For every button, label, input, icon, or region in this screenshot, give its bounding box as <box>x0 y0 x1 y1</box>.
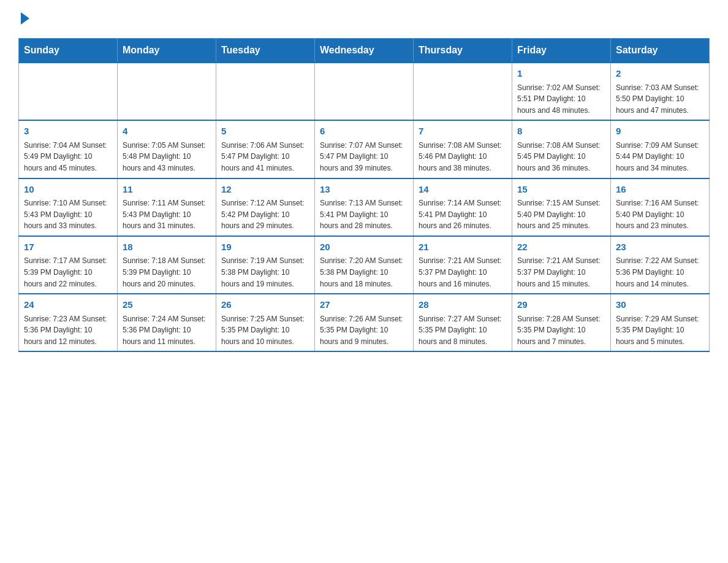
day-info: Sunrise: 7:25 AM Sunset: 5:35 PM Dayligh… <box>221 313 309 348</box>
day-info: Sunrise: 7:14 AM Sunset: 5:41 PM Dayligh… <box>419 197 507 232</box>
day-cell: 19Sunrise: 7:19 AM Sunset: 5:38 PM Dayli… <box>216 236 315 294</box>
day-cell: 13Sunrise: 7:13 AM Sunset: 5:41 PM Dayli… <box>315 178 414 236</box>
day-cell: 21Sunrise: 7:21 AM Sunset: 5:37 PM Dayli… <box>414 236 512 294</box>
day-cell: 1Sunrise: 7:02 AM Sunset: 5:51 PM Daylig… <box>512 63 611 120</box>
day-info: Sunrise: 7:15 AM Sunset: 5:40 PM Dayligh… <box>517 197 605 232</box>
day-info: Sunrise: 7:22 AM Sunset: 5:36 PM Dayligh… <box>616 255 704 289</box>
day-cell <box>414 63 512 120</box>
day-info: Sunrise: 7:07 AM Sunset: 5:47 PM Dayligh… <box>320 140 408 174</box>
day-number: 10 <box>24 183 112 197</box>
weekday-header-friday: Friday <box>512 39 611 63</box>
week-row-3: 10Sunrise: 7:10 AM Sunset: 5:43 PM Dayli… <box>19 178 710 236</box>
day-info: Sunrise: 7:21 AM Sunset: 5:37 PM Dayligh… <box>419 255 507 289</box>
day-info: Sunrise: 7:28 AM Sunset: 5:35 PM Dayligh… <box>517 313 605 348</box>
weekday-header-saturday: Saturday <box>611 39 710 63</box>
weekday-header-monday: Monday <box>118 39 216 63</box>
day-number: 23 <box>616 240 704 255</box>
day-info: Sunrise: 7:26 AM Sunset: 5:35 PM Dayligh… <box>320 313 408 348</box>
day-info: Sunrise: 7:10 AM Sunset: 5:43 PM Dayligh… <box>24 197 112 232</box>
day-cell <box>118 63 216 120</box>
day-info: Sunrise: 7:16 AM Sunset: 5:40 PM Dayligh… <box>616 197 704 232</box>
day-number: 20 <box>320 240 408 255</box>
day-info: Sunrise: 7:12 AM Sunset: 5:42 PM Dayligh… <box>221 197 309 232</box>
day-cell: 7Sunrise: 7:08 AM Sunset: 5:46 PM Daylig… <box>414 120 512 178</box>
day-info: Sunrise: 7:29 AM Sunset: 5:35 PM Dayligh… <box>616 313 704 348</box>
day-cell: 26Sunrise: 7:25 AM Sunset: 5:35 PM Dayli… <box>216 294 315 351</box>
day-cell: 23Sunrise: 7:22 AM Sunset: 5:36 PM Dayli… <box>611 236 710 294</box>
day-cell: 22Sunrise: 7:21 AM Sunset: 5:37 PM Dayli… <box>512 236 611 294</box>
day-number: 22 <box>517 240 605 255</box>
logo-arrow-icon <box>21 12 29 25</box>
day-cell: 2Sunrise: 7:03 AM Sunset: 5:50 PM Daylig… <box>611 63 710 120</box>
day-number: 16 <box>616 183 704 197</box>
day-cell: 3Sunrise: 7:04 AM Sunset: 5:49 PM Daylig… <box>19 120 118 178</box>
day-number: 6 <box>320 124 408 139</box>
day-number: 3 <box>24 124 112 139</box>
day-number: 27 <box>320 298 408 312</box>
day-info: Sunrise: 7:06 AM Sunset: 5:47 PM Dayligh… <box>221 140 309 174</box>
day-info: Sunrise: 7:08 AM Sunset: 5:45 PM Dayligh… <box>517 140 605 174</box>
page-header <box>18 12 710 26</box>
day-number: 25 <box>123 298 211 312</box>
day-cell: 10Sunrise: 7:10 AM Sunset: 5:43 PM Dayli… <box>19 178 118 236</box>
day-number: 4 <box>123 124 211 139</box>
day-number: 1 <box>517 67 605 81</box>
day-number: 21 <box>419 240 507 255</box>
day-number: 30 <box>616 298 704 312</box>
week-row-2: 3Sunrise: 7:04 AM Sunset: 5:49 PM Daylig… <box>19 120 710 178</box>
day-info: Sunrise: 7:24 AM Sunset: 5:36 PM Dayligh… <box>123 313 211 348</box>
day-cell <box>19 63 118 120</box>
day-number: 13 <box>320 183 408 197</box>
weekday-header-thursday: Thursday <box>414 39 512 63</box>
day-number: 14 <box>419 183 507 197</box>
day-info: Sunrise: 7:23 AM Sunset: 5:36 PM Dayligh… <box>24 313 112 348</box>
day-info: Sunrise: 7:21 AM Sunset: 5:37 PM Dayligh… <box>517 255 605 289</box>
day-cell: 29Sunrise: 7:28 AM Sunset: 5:35 PM Dayli… <box>512 294 611 351</box>
day-cell: 9Sunrise: 7:09 AM Sunset: 5:44 PM Daylig… <box>611 120 710 178</box>
weekday-header-sunday: Sunday <box>19 39 118 63</box>
day-cell: 6Sunrise: 7:07 AM Sunset: 5:47 PM Daylig… <box>315 120 414 178</box>
day-number: 2 <box>616 67 704 81</box>
week-row-1: 1Sunrise: 7:02 AM Sunset: 5:51 PM Daylig… <box>19 63 710 120</box>
day-info: Sunrise: 7:20 AM Sunset: 5:38 PM Dayligh… <box>320 255 408 289</box>
day-cell: 11Sunrise: 7:11 AM Sunset: 5:43 PM Dayli… <box>118 178 216 236</box>
day-number: 8 <box>517 124 605 139</box>
day-number: 24 <box>24 298 112 312</box>
week-row-4: 17Sunrise: 7:17 AM Sunset: 5:39 PM Dayli… <box>19 236 710 294</box>
day-info: Sunrise: 7:27 AM Sunset: 5:35 PM Dayligh… <box>419 313 507 348</box>
day-info: Sunrise: 7:03 AM Sunset: 5:50 PM Dayligh… <box>616 82 704 117</box>
day-cell: 14Sunrise: 7:14 AM Sunset: 5:41 PM Dayli… <box>414 178 512 236</box>
day-cell: 17Sunrise: 7:17 AM Sunset: 5:39 PM Dayli… <box>19 236 118 294</box>
day-info: Sunrise: 7:05 AM Sunset: 5:48 PM Dayligh… <box>123 140 211 174</box>
day-cell: 5Sunrise: 7:06 AM Sunset: 5:47 PM Daylig… <box>216 120 315 178</box>
day-cell <box>315 63 414 120</box>
day-info: Sunrise: 7:02 AM Sunset: 5:51 PM Dayligh… <box>517 82 605 117</box>
day-info: Sunrise: 7:11 AM Sunset: 5:43 PM Dayligh… <box>123 197 211 232</box>
day-info: Sunrise: 7:13 AM Sunset: 5:41 PM Dayligh… <box>320 197 408 232</box>
day-info: Sunrise: 7:09 AM Sunset: 5:44 PM Dayligh… <box>616 140 704 174</box>
week-row-5: 24Sunrise: 7:23 AM Sunset: 5:36 PM Dayli… <box>19 294 710 351</box>
day-cell: 24Sunrise: 7:23 AM Sunset: 5:36 PM Dayli… <box>19 294 118 351</box>
day-cell: 25Sunrise: 7:24 AM Sunset: 5:36 PM Dayli… <box>118 294 216 351</box>
weekday-header-wednesday: Wednesday <box>315 39 414 63</box>
day-number: 11 <box>123 183 211 197</box>
day-info: Sunrise: 7:08 AM Sunset: 5:46 PM Dayligh… <box>419 140 507 174</box>
day-number: 5 <box>221 124 309 139</box>
day-cell: 4Sunrise: 7:05 AM Sunset: 5:48 PM Daylig… <box>118 120 216 178</box>
day-info: Sunrise: 7:17 AM Sunset: 5:39 PM Dayligh… <box>24 255 112 289</box>
day-cell: 8Sunrise: 7:08 AM Sunset: 5:45 PM Daylig… <box>512 120 611 178</box>
day-cell: 16Sunrise: 7:16 AM Sunset: 5:40 PM Dayli… <box>611 178 710 236</box>
day-cell: 30Sunrise: 7:29 AM Sunset: 5:35 PM Dayli… <box>611 294 710 351</box>
day-cell: 18Sunrise: 7:18 AM Sunset: 5:39 PM Dayli… <box>118 236 216 294</box>
day-cell: 27Sunrise: 7:26 AM Sunset: 5:35 PM Dayli… <box>315 294 414 351</box>
day-number: 29 <box>517 298 605 312</box>
day-number: 26 <box>221 298 309 312</box>
day-number: 17 <box>24 240 112 255</box>
weekday-header-tuesday: Tuesday <box>216 39 315 63</box>
day-number: 18 <box>123 240 211 255</box>
day-info: Sunrise: 7:18 AM Sunset: 5:39 PM Dayligh… <box>123 255 211 289</box>
day-cell: 15Sunrise: 7:15 AM Sunset: 5:40 PM Dayli… <box>512 178 611 236</box>
day-number: 15 <box>517 183 605 197</box>
day-number: 19 <box>221 240 309 255</box>
day-number: 9 <box>616 124 704 139</box>
